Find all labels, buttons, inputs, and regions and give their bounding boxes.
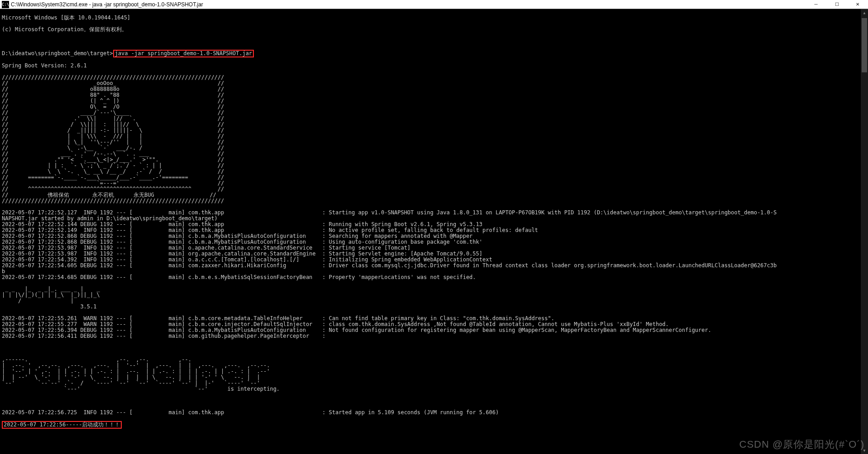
terminal-output[interactable]: Microsoft Windows [版本 10.0.19044.1645] (… <box>0 9 868 454</box>
log-block-1: 2022-05-07 17:22:52.127 INFO 1192 --- [ … <box>2 210 868 280</box>
springboot-version: Spring Boot Version: 2.6.1 <box>2 63 868 69</box>
success-highlight: 2022-05-07 17:22:56-----启动成功！！！ <box>2 421 122 429</box>
pagehelper-ascii-art: ,------. ,--. ,--. ,--. | .--. ' ,--,--.… <box>2 357 868 392</box>
command-highlight: java -jar springboot_demo-1.0-SNAPSHOT.j… <box>113 50 254 57</box>
success-line-wrapper: 2022-05-07 17:22:56-----启动成功！！！ <box>2 421 868 428</box>
header-line-2: (c) Microsoft Corporation。保留所有权利。 <box>2 27 868 33</box>
scrollbar-track[interactable]: ▲ ▼ <box>861 9 868 454</box>
buddha-ascii-art: ////////////////////////////////////////… <box>2 75 868 204</box>
scrollbar-up-button[interactable]: ▲ <box>861 9 868 16</box>
log-line: 2022-05-07 17:22:56.411 DEBUG 1192 --- [… <box>2 333 868 339</box>
minimize-button[interactable]: ─ <box>806 0 826 9</box>
log-line: 2022-05-07 17:22:54.605 DEBUG 1192 --- [… <box>2 263 868 269</box>
window-title: C:\Windows\System32\cmd.exe - java -jar … <box>11 1 806 8</box>
window-titlebar: C:\ C:\Windows\System32\cmd.exe - java -… <box>0 0 868 9</box>
log-line: 2022-05-07 17:22:54.685 DEBUG 1192 --- [… <box>2 274 868 280</box>
log-block-3: 2022-05-07 17:22:56.725 INFO 1192 --- [ … <box>2 410 868 416</box>
scrollbar-down-button[interactable]: ▼ <box>861 447 868 454</box>
log-block-2: 2022-05-07 17:22:55.261 WARN 1192 --- [ … <box>2 316 868 339</box>
header-line-1: Microsoft Windows [版本 10.0.19044.1645] <box>2 15 868 21</box>
mybatis-plus-ascii-art: _ _ |_ _ _|_. ___ _ | _ | | |\/|_)(_| | … <box>2 286 868 310</box>
maximize-button[interactable]: ☐ <box>826 0 847 9</box>
prompt-line: D:\ideatwo\springboot_demo\target>java -… <box>2 50 868 57</box>
prompt-path: D:\ideatwo\springboot_demo\target> <box>2 50 113 57</box>
cmd-icon: C:\ <box>2 1 9 8</box>
log-line: 2022-05-07 17:22:56.725 INFO 1192 --- [ … <box>2 410 868 416</box>
scrollbar-thumb[interactable] <box>862 18 867 72</box>
close-button[interactable]: ✕ <box>847 0 868 9</box>
